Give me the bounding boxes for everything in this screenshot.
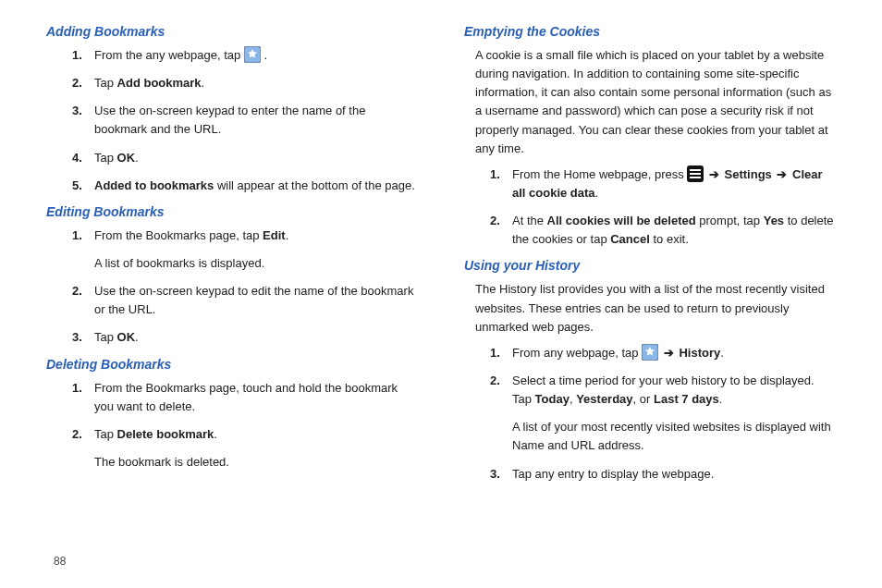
step-text: From the Bookmarks page, tap	[94, 228, 263, 242]
steps-editing-bookmarks: From the Bookmarks page, tap Edit. A lis…	[72, 227, 418, 348]
list-item: Use the on-screen keypad to enter the na…	[72, 102, 418, 139]
step-bold: OK	[117, 330, 136, 344]
step-bold: Yesterday	[576, 392, 632, 406]
steps-adding-bookmarks: From the any webpage, tap . Tap Add book…	[72, 46, 418, 195]
step-text: From the Bookmarks page, touch and hold …	[94, 381, 398, 413]
step-bold: Cancel	[610, 232, 650, 246]
list-item: At the All cookies will be deleted promp…	[490, 212, 836, 249]
list-item: From the Bookmarks page, tap Edit. A lis…	[72, 227, 418, 273]
step-text: Tap	[94, 151, 117, 165]
step-text: Use the on-screen keypad to enter the na…	[94, 104, 365, 136]
step-sub: A list of your most recently visited web…	[512, 418, 836, 455]
list-item: Added to bookmarks will appear at the bo…	[72, 177, 418, 195]
step-bold: History	[679, 346, 720, 360]
step-sub: The bookmark is deleted.	[94, 453, 418, 472]
list-item: From the Bookmarks page, touch and hold …	[72, 379, 418, 416]
steps-deleting-bookmarks: From the Bookmarks page, touch and hold …	[72, 379, 418, 472]
list-item: From the any webpage, tap .	[72, 46, 418, 65]
step-text: will appear at the bottom of the page.	[214, 178, 415, 192]
svg-rect-3	[690, 173, 701, 175]
step-text: Use the on-screen keypad to edit the nam…	[94, 284, 413, 316]
step-bold: Yes	[764, 214, 784, 227]
list-item: Use the on-screen keypad to edit the nam…	[72, 282, 418, 319]
heading-emptying-cookies: Emptying the Cookies	[464, 24, 836, 39]
step-text: .	[720, 346, 724, 360]
svg-rect-2	[690, 169, 701, 171]
para-history: The History list provides you with a lis…	[475, 280, 836, 336]
step-bold: Last 7 days	[654, 392, 719, 406]
menu-icon	[687, 165, 704, 182]
step-text: From any webpage, tap	[512, 346, 642, 360]
bookmark-star-icon	[244, 46, 261, 63]
step-text: .	[214, 427, 217, 441]
arrow-icon: ➔	[707, 167, 725, 181]
list-item: Select a time period for your web histor…	[490, 372, 836, 456]
step-bold: Edit	[263, 228, 286, 242]
step-text: Tap	[94, 330, 117, 344]
page-content: Adding Bookmarks From the any webpage, t…	[0, 0, 882, 530]
step-text: to exit.	[650, 232, 689, 246]
step-text: .	[595, 186, 599, 200]
step-text: .	[202, 76, 205, 90]
list-item: Tap Add bookmark.	[72, 74, 418, 92]
right-column: Emptying the Cookies A cookie is a small…	[464, 18, 836, 493]
arrow-icon: ➔	[772, 167, 792, 181]
left-column: Adding Bookmarks From the any webpage, t…	[46, 18, 418, 493]
step-text: prompt, tap	[696, 214, 764, 227]
list-item: From any webpage, tap ➔ History.	[490, 344, 836, 362]
step-text: At the	[512, 214, 547, 227]
para-cookies: A cookie is a small file which is placed…	[475, 46, 836, 158]
steps-using-history: From any webpage, tap ➔ History. Select …	[490, 344, 836, 484]
step-bold: Add bookmark	[117, 76, 202, 90]
step-bold: Today	[535, 392, 570, 406]
list-item: Tap Delete bookmark. The bookmark is del…	[72, 425, 418, 472]
step-text: .	[719, 392, 723, 406]
heading-deleting-bookmarks: Deleting Bookmarks	[46, 357, 418, 372]
step-bold: Added to bookmarks	[94, 178, 214, 192]
svg-rect-4	[690, 177, 701, 178]
heading-editing-bookmarks: Editing Bookmarks	[46, 204, 418, 219]
step-text: .	[264, 48, 268, 62]
step-text: Tap	[94, 427, 117, 441]
step-text: .	[135, 151, 139, 165]
step-text: From the Home webpage, press	[512, 167, 687, 181]
bookmark-star-icon	[642, 344, 658, 361]
step-text: From the any webpage, tap	[94, 48, 244, 62]
step-bold: OK	[117, 151, 136, 165]
steps-emptying-cookies: From the Home webpage, press ➔ Settings …	[490, 165, 836, 250]
list-item: From the Home webpage, press ➔ Settings …	[490, 165, 836, 202]
heading-adding-bookmarks: Adding Bookmarks	[46, 24, 418, 39]
list-item: Tap OK.	[72, 149, 418, 167]
step-bold: Delete bookmark	[117, 427, 214, 441]
step-text: Tap	[94, 76, 117, 90]
step-text: Tap any entry to display the webpage.	[512, 467, 714, 481]
list-item: Tap any entry to display the webpage.	[490, 465, 836, 484]
step-sub: A list of bookmarks is displayed.	[94, 254, 418, 273]
heading-using-history: Using your History	[464, 258, 836, 273]
list-item: Tap OK.	[72, 328, 418, 347]
step-bold: All cookies will be deleted	[547, 214, 696, 227]
arrow-icon: ➔	[662, 346, 680, 360]
step-text: .	[286, 228, 289, 242]
step-text: .	[135, 330, 139, 344]
step-text: , or	[633, 392, 654, 406]
page-number: 88	[54, 555, 66, 568]
step-bold: Settings	[725, 167, 772, 181]
